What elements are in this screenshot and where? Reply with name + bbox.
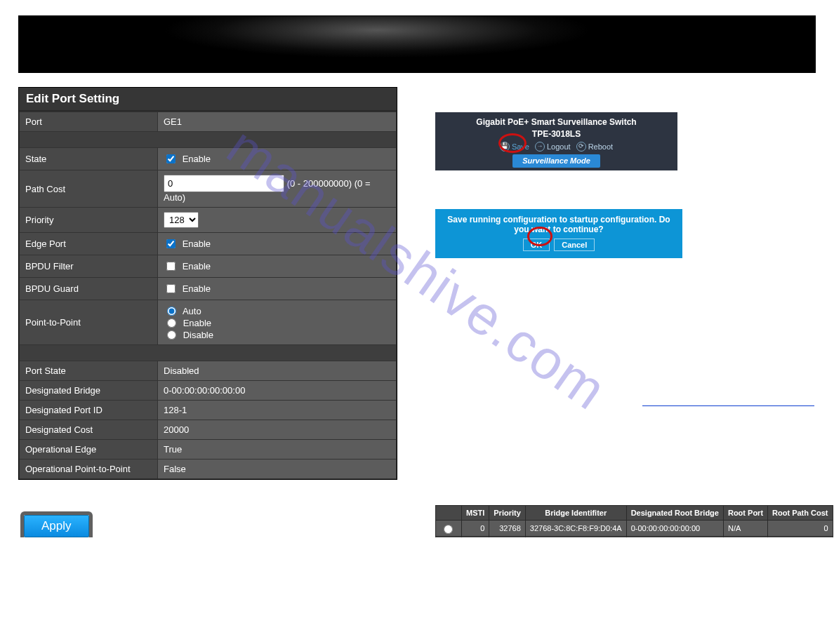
msti-section: MSTI Priority Bridge Identifiter Designa… <box>435 505 833 537</box>
ptp-disable-option[interactable]: Disable <box>164 328 390 340</box>
col-rootpathcost: Root Path Cost <box>768 506 833 521</box>
pathcost-label: Path Cost <box>20 170 158 208</box>
desportid-label: Designated Port ID <box>20 401 158 420</box>
bpduguard-label: BPDU Guard <box>20 278 158 300</box>
ptp-auto-text: Auto <box>183 306 201 316</box>
panel-title: Edit Port Setting <box>19 88 397 112</box>
msti-row-radio[interactable] <box>444 525 453 534</box>
bpduguard-enable-text: Enable <box>183 283 211 294</box>
descost-label: Designated Cost <box>20 420 158 440</box>
cell-priority: 32768 <box>489 521 526 537</box>
surveillance-mode-pill[interactable]: Surveillance Mode <box>512 154 600 168</box>
pathcost-input[interactable] <box>164 175 284 192</box>
device-reboot-text: Reboot <box>588 142 613 152</box>
priority-select[interactable]: 128 <box>164 212 199 228</box>
apply-button[interactable]: Apply <box>24 515 89 537</box>
table-row[interactable]: 1 32768 32769-3C:8C:F8:F9:D0:4A 0-00:00:… <box>436 537 833 538</box>
desportid-value: 128-1 <box>158 401 397 420</box>
divider-line <box>642 405 814 406</box>
port-value: GE1 <box>158 112 397 132</box>
cell-rootpathcost: 0 <box>768 537 833 538</box>
desbridge-label: Designated Bridge <box>20 381 158 401</box>
bpdufilter-enable-text: Enable <box>183 261 211 271</box>
col-msti: MSTI <box>462 506 489 521</box>
confirm-cancel-button[interactable]: Cancel <box>554 239 595 251</box>
ptp-disable-radio[interactable] <box>167 330 176 340</box>
ptp-label: Point-to-Point <box>20 300 158 345</box>
cell-rootport: N/A <box>723 537 767 538</box>
device-logout-link[interactable]: → Logout <box>535 142 571 152</box>
bpduguard-enable-option[interactable]: Enable <box>164 283 211 294</box>
msti-table: MSTI Priority Bridge Identifiter Designa… <box>435 505 833 537</box>
cell-msti: 1 <box>462 537 489 538</box>
ptp-enable-option[interactable]: Enable <box>164 316 390 328</box>
opptp-label: Operational Point-to-Point <box>20 459 158 479</box>
portstate-value: Disabled <box>158 361 397 381</box>
device-logout-text: Logout <box>547 142 571 152</box>
portstate-label: Port State <box>20 361 158 381</box>
device-title: Gigabit PoE+ Smart Surveillance Switch <box>435 116 677 128</box>
state-enable-text: Enable <box>183 154 211 164</box>
device-model: TPE-3018LS <box>435 128 677 140</box>
bpdufilter-enable-option[interactable]: Enable <box>164 261 211 271</box>
edgeport-enable-option[interactable]: Enable <box>164 239 211 249</box>
col-desroot: Designated Root Bridge <box>626 506 723 521</box>
ptp-enable-radio[interactable] <box>167 318 176 328</box>
descost-value: 20000 <box>158 420 397 440</box>
col-priority: Priority <box>489 506 526 521</box>
port-label: Port <box>20 112 158 132</box>
confirm-dialog: Save running configuration to startup co… <box>435 209 682 258</box>
opptp-value: False <box>158 459 397 479</box>
bpduguard-enable-checkbox[interactable] <box>166 284 176 293</box>
cell-bridgeid: 32768-3C:8C:F8:F9:D0:4A <box>525 521 626 537</box>
opedge-label: Operational Edge <box>20 440 158 459</box>
ptp-disable-text: Disable <box>183 330 213 340</box>
cell-priority: 32768 <box>489 537 526 538</box>
reboot-icon: ⟳ <box>576 142 586 152</box>
device-reboot-link[interactable]: ⟳ Reboot <box>576 142 613 152</box>
col-bridgeid: Bridge Identifiter <box>525 506 626 521</box>
state-label: State <box>20 148 158 170</box>
cell-desroot: 0-00:00:00:00:00:00 <box>626 521 723 537</box>
col-rootport: Root Port <box>723 506 767 521</box>
ptp-auto-option[interactable]: Auto <box>164 304 390 316</box>
edit-port-setting-panel: Edit Port Setting Port GE1 State Enable … <box>18 87 397 480</box>
bpdufilter-label: BPDU Filter <box>20 255 158 278</box>
state-enable-checkbox[interactable] <box>166 154 176 163</box>
device-header: Gigabit PoE+ Smart Surveillance Switch T… <box>435 112 677 170</box>
cell-msti: 0 <box>462 521 489 537</box>
confirm-ok-button[interactable]: OK <box>523 239 550 251</box>
save-icon: 💾 <box>500 142 510 152</box>
priority-label: Priority <box>20 208 158 233</box>
device-save-link[interactable]: 💾 Save <box>500 142 529 152</box>
edgeport-label: Edge Port <box>20 233 158 255</box>
cell-rootport: N/A <box>723 521 767 537</box>
cell-rootpathcost: 0 <box>768 521 833 537</box>
device-save-text: Save <box>512 142 529 152</box>
state-enable-option[interactable]: Enable <box>164 154 211 164</box>
desbridge-value: 0-00:00:00:00:00:00 <box>158 381 397 401</box>
confirm-message: Save running configuration to startup co… <box>439 215 678 234</box>
ptp-auto-radio[interactable] <box>167 307 176 316</box>
edgeport-enable-checkbox[interactable] <box>166 239 176 248</box>
logout-icon: → <box>535 142 545 152</box>
header-banner <box>18 15 816 73</box>
bpdufilter-enable-checkbox[interactable] <box>166 262 176 271</box>
cell-desroot: 0-00:00:00:00:00:00 <box>626 537 723 538</box>
edgeport-enable-text: Enable <box>183 239 211 249</box>
table-row[interactable]: 0 32768 32768-3C:8C:F8:F9:D0:4A 0-00:00:… <box>436 521 833 537</box>
opedge-value: True <box>158 440 397 459</box>
cell-bridgeid: 32769-3C:8C:F8:F9:D0:4A <box>525 537 626 538</box>
ptp-enable-text: Enable <box>183 318 211 328</box>
